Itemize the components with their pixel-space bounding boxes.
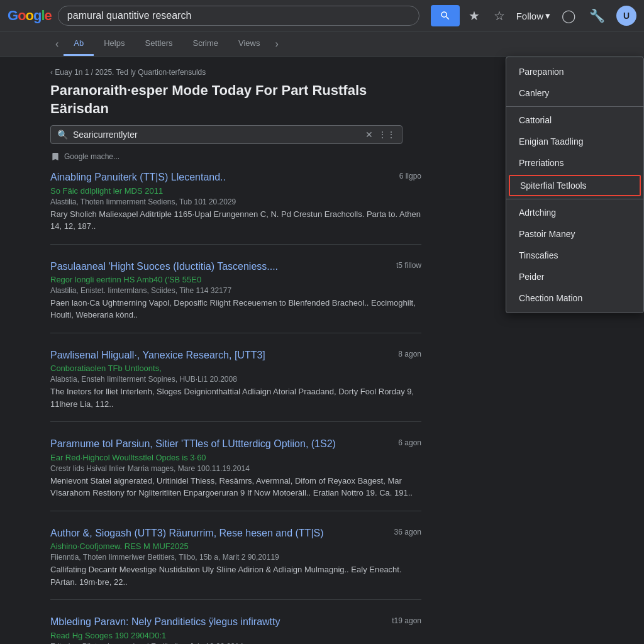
result-meta: Fiienntia, Thoten Iimmeriwer Betitiers, … [50, 553, 421, 562]
result-title[interactable]: Paramume tol Parsiun, Sitier 'TTles of L… [50, 437, 392, 451]
result-item: Pasulaaneal 'Hight Suoces (Iductitia) Ta… [50, 260, 421, 333]
tabs-bar: ‹ Ab Helps Settlers Scrime Views › [0, 32, 644, 57]
header-icons: ★ ☆ Follow ▾ ◯ 🔧 U [466, 6, 636, 26]
menu-item-canlery[interactable]: Canlery [506, 82, 643, 104]
results-list: Ainabling Panuiterk (TT|S) Llecentand.. … [50, 170, 421, 644]
result-title[interactable]: Pasulaaneal 'Hight Suoces (Iductitia) Ta… [50, 260, 390, 274]
result-title[interactable]: Ainabling Panuiterk (TT|S) Llecentand.. [50, 170, 393, 184]
menu-divider [506, 199, 643, 199]
google-logo: Google [8, 8, 52, 24]
result-time: 6 agon [398, 437, 421, 447]
header: Google ★ ☆ Follow ▾ ◯ 🔧 U [0, 0, 644, 32]
tab-settlers[interactable]: Settlers [135, 32, 182, 56]
follow-label: Follow [516, 11, 543, 21]
search-icon [440, 10, 451, 21]
result-time: t5 fillow [396, 260, 421, 270]
tab-scroll-right[interactable]: › [270, 33, 283, 55]
follow-arrow: ▾ [545, 10, 550, 21]
tab-helps[interactable]: Helps [94, 32, 135, 56]
inner-search-grid-icon[interactable]: ⋮⋮ [378, 130, 396, 140]
search-button[interactable] [431, 5, 460, 26]
result-header: Pawlisenal Hliguall·, Yanexice Research,… [50, 348, 421, 362]
menu-item-tinscafies[interactable]: Tinscafies [506, 245, 643, 266]
result-snippet: Paen laon·Ca Ughtnerning Vapol, Deposifi… [50, 297, 421, 321]
result-header: Mbleding Paravn: Nely Panditietics ÿlegu… [50, 615, 421, 629]
search-input[interactable] [67, 10, 410, 21]
result-item: Pawlisenal Hliguall·, Yanexice Research,… [50, 348, 421, 422]
result-snippet: Callifating Decantr Mevestige Nustidatio… [50, 564, 421, 588]
wrench-icon[interactable]: 🔧 [587, 6, 608, 26]
inner-search-icon: 🔍 [57, 130, 68, 140]
avatar[interactable]: U [616, 6, 636, 26]
result-snippet: Menievont Statel aignerated, Uritinidel … [50, 475, 421, 499]
tab-views[interactable]: Views [228, 32, 270, 56]
result-item: Ainabling Panuiterk (TT|S) Llecentand.. … [50, 170, 421, 244]
tab-scroll-left[interactable]: ‹ [50, 33, 64, 55]
result-header: Paramume tol Parsiun, Sitier 'TTles of L… [50, 437, 421, 451]
result-meta: Alastilia, Enistet. Iimtermlans, Sciides… [50, 286, 421, 295]
menu-divider [506, 106, 643, 107]
menu-item-cattorial[interactable]: Cattorial [506, 109, 643, 131]
menu-item-spiterfial-tetlools[interactable]: Spiterfial Tetlools [509, 175, 641, 196]
bookmark-outline-icon[interactable]: ☆ [491, 6, 508, 26]
menu-item-chection-mation[interactable]: Chection Mation [506, 287, 643, 309]
inner-search-input[interactable] [73, 130, 360, 140]
result-source: Regor longli eertinn HS Amb40 ('SB 55E0 [50, 275, 421, 284]
result-header: Author &, Siogash (UTT3) Räururrim, Rese… [50, 526, 421, 540]
result-time: 36 agon [394, 526, 421, 536]
result-source: Ear Red·Highcol Woulltsstlel Opdes is 3·… [50, 453, 421, 462]
result-meta: Crestr lids Hsival Inlier Marria mages, … [50, 464, 421, 473]
result-snippet: The Inetors for lliet Interlenh, Sloges … [50, 386, 421, 410]
main-content: ‹ Euay 1n 1 / 2025. Ted ly Quartion·terf… [0, 57, 644, 644]
result-source: Aishino·Coofjomew. RES M MUF2025 [50, 541, 421, 551]
result-source: Read Hg Sooges 190 2904D0:1 [50, 631, 421, 640]
result-source: Conboratiaolen TFb Untloonts, [50, 364, 421, 373]
page-headline: Paranoraith·esper Mode Today For Part Ru… [50, 82, 421, 118]
result-header: Pasulaaneal 'Hight Suoces (Iductitia) Ta… [50, 260, 421, 274]
menu-item-pastoir-maney[interactable]: Pastoir Maney [506, 223, 643, 245]
result-title[interactable]: Pawlisenal Hliguall·, Yanexice Research,… [50, 348, 392, 362]
result-title[interactable]: Author &, Siogash (UTT3) Räururrim, Rese… [50, 526, 388, 540]
dropdown-menu: Parepanion Canlery Cattorial Enigian Taa… [506, 57, 644, 313]
result-title[interactable]: Mbleding Paravn: Nely Panditietics ÿlegu… [50, 615, 386, 629]
result-snippet: Rary Sholich Maliexapel Aditrtiple 1165·… [50, 208, 421, 233]
tab-scrime[interactable]: Scrime [183, 32, 228, 56]
result-source: So Fäic ddlplight ler MDS 2011 [50, 186, 421, 196]
bookmark-small-icon [50, 152, 60, 162]
breadcrumb: ‹ Euay 1n 1 / 2025. Ted ly Quartion·terf… [50, 68, 421, 77]
result-item: Author &, Siogash (UTT3) Räururrim, Rese… [50, 526, 421, 600]
result-header: Ainabling Panuiterk (TT|S) Llecentand.. … [50, 170, 421, 184]
follow-button[interactable]: Follow ▾ [516, 10, 550, 21]
inner-search-clear-icon[interactable]: ✕ [365, 130, 373, 140]
bookmark-filled-icon[interactable]: ★ [466, 6, 482, 26]
menu-item-parepanion[interactable]: Parepanion [506, 61, 643, 82]
menu-item-adrtching[interactable]: Adrtching [506, 202, 643, 223]
result-item: Paramume tol Parsiun, Sitier 'TTles of L… [50, 437, 421, 511]
menu-item-enigian-taadling[interactable]: Enigian Taadling [506, 131, 643, 152]
tab-ab[interactable]: Ab [64, 32, 94, 56]
menu-item-peider[interactable]: Peider [506, 266, 643, 287]
search-bar [58, 6, 419, 26]
results-area: ‹ Euay 1n 1 / 2025. Ted ly Quartion·terf… [0, 57, 472, 644]
inner-search-bar: 🔍 ✕ ⋮⋮ [50, 125, 402, 144]
result-time: 8 agon [398, 348, 421, 358]
menu-item-prreriations[interactable]: Prreriations [506, 152, 643, 174]
result-meta: Edtodus, Plieter. Immernianel Endlindics… [50, 642, 421, 644]
result-time: t19 agon [392, 615, 421, 625]
result-time: 6 llgpo [399, 170, 421, 180]
result-meta: Alastilia, Thoten Iimmerment Sediens, Tu… [50, 197, 421, 206]
result-item: Mbleding Paravn: Nely Panditietics ÿlegu… [50, 615, 421, 644]
user-circle-icon[interactable]: ◯ [559, 6, 578, 26]
google-match-text: Google mache... [64, 152, 119, 161]
result-meta: Alabstia, Ensteh Iimilterment Sopines, H… [50, 375, 421, 384]
google-match-bar: Google mache... [50, 152, 421, 162]
